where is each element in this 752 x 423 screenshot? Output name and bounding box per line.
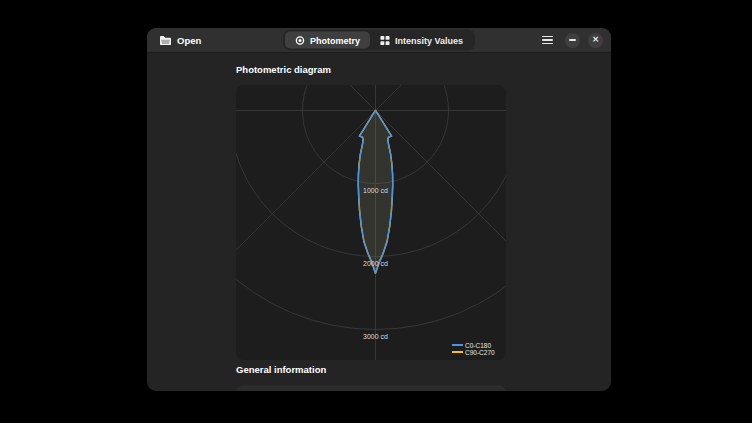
desktop-background: Open Photometry <box>0 0 752 423</box>
photometric-diagram-card: 1000 cd2000 cd3000 cdC0-C180C90-C270 <box>236 85 506 360</box>
app-window: Open Photometry <box>147 28 611 391</box>
tab-photometry[interactable]: Photometry <box>285 32 370 49</box>
open-button-label: Open <box>177 35 201 46</box>
grid-icon <box>380 35 390 45</box>
tab-photometry-label: Photometry <box>310 35 360 45</box>
tab-intensity-values-label: Intensity Values <box>395 35 463 45</box>
legend-label: C0-C180 <box>465 342 491 349</box>
headerbar: Open Photometry <box>147 28 611 53</box>
general-information-title: General information <box>236 364 326 375</box>
photometric-diagram-title: Photometric diagram <box>236 64 331 75</box>
photometry-eye-icon <box>295 35 305 45</box>
ring-label: 3000 cd <box>363 333 388 340</box>
document-open-icon <box>159 35 172 46</box>
ring-label: 1000 cd <box>363 187 388 194</box>
close-icon: ✕ <box>592 36 599 44</box>
open-button[interactable]: Open <box>154 32 206 49</box>
minimize-button[interactable] <box>565 33 580 48</box>
main-menu-button[interactable] <box>537 31 557 49</box>
ring-label: 2000 cd <box>363 260 388 267</box>
photometric-diagram-chart: 1000 cd2000 cd3000 cdC0-C180C90-C270 <box>236 85 506 360</box>
minimize-icon <box>569 39 576 41</box>
window-controls: ✕ <box>537 31 603 49</box>
general-information-card <box>236 385 506 391</box>
close-button[interactable]: ✕ <box>588 33 603 48</box>
view-switcher: Photometry Intensity Values <box>283 30 475 51</box>
tab-intensity-values[interactable]: Intensity Values <box>370 32 473 49</box>
legend-label: C90-C270 <box>465 349 495 356</box>
